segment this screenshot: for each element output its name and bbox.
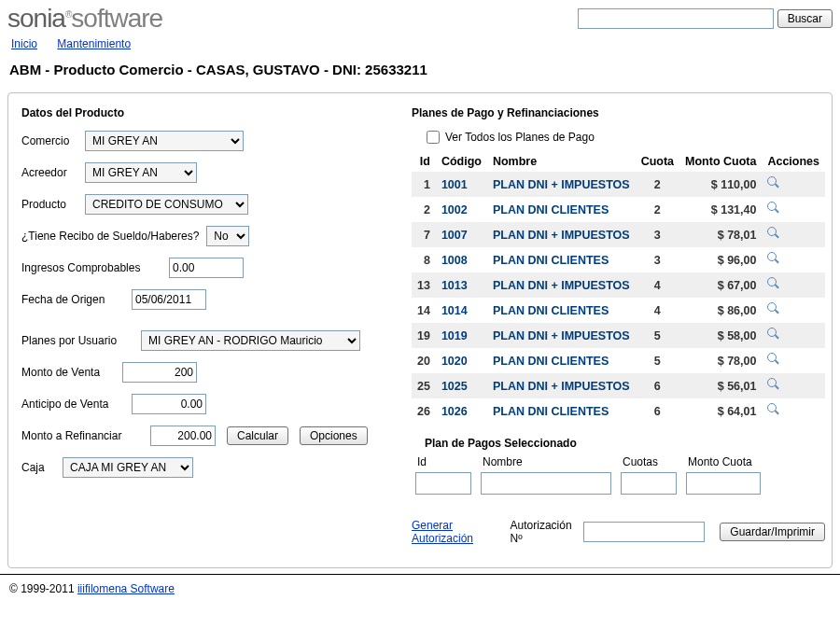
cell-acciones xyxy=(762,247,825,272)
cell-monto: $ 58,00 xyxy=(679,323,762,348)
cell-codigo[interactable]: 1007 xyxy=(436,222,487,247)
recibo-select[interactable]: No xyxy=(206,226,249,246)
search-input[interactable] xyxy=(578,8,774,29)
nav-home[interactable]: Inicio xyxy=(11,37,37,50)
producto-select[interactable]: CREDITO DE CONSUMO xyxy=(85,194,248,215)
table-row: 141014PLAN DNI CLIENTES4$ 86,00 xyxy=(412,298,825,323)
comercio-select[interactable]: MI GREY AN xyxy=(85,131,244,151)
sel-id-input[interactable] xyxy=(415,472,471,495)
cell-nombre[interactable]: PLAN DNI CLIENTES xyxy=(487,197,636,222)
magnify-icon[interactable] xyxy=(767,252,780,265)
monto-refin-input[interactable] xyxy=(150,426,216,446)
cell-acciones xyxy=(762,298,825,323)
cell-cuota: 5 xyxy=(636,348,679,373)
planes-usuario-label: Planes por Usuario xyxy=(21,334,133,347)
cell-acciones xyxy=(762,222,825,247)
selected-plan-title: Plan de Pagos Seleccionado xyxy=(425,437,825,450)
magnify-icon[interactable] xyxy=(767,328,780,341)
autorizacion-label: Autorización Nº xyxy=(511,519,579,545)
cell-acciones xyxy=(762,373,825,398)
cell-nombre[interactable]: PLAN DNI + IMPUESTOS xyxy=(487,373,636,398)
cell-codigo[interactable]: 1013 xyxy=(436,272,487,298)
cell-codigo[interactable]: 1025 xyxy=(436,373,487,398)
ingresos-label: Ingresos Comprobables xyxy=(21,261,161,274)
cell-nombre[interactable]: PLAN DNI CLIENTES xyxy=(487,247,636,272)
magnify-icon[interactable] xyxy=(767,202,780,215)
producto-label: Producto xyxy=(21,198,77,211)
magnify-icon[interactable] xyxy=(767,378,780,391)
cell-acciones xyxy=(762,172,825,197)
guardar-imprimir-button[interactable]: Guardar/Imprimir xyxy=(720,523,825,541)
opciones-button[interactable]: Opciones xyxy=(300,426,368,445)
cell-codigo[interactable]: 1020 xyxy=(436,348,487,373)
sel-id-label: Id xyxy=(415,455,471,468)
cell-nombre[interactable]: PLAN DNI + IMPUESTOS xyxy=(487,222,636,247)
cell-id: 13 xyxy=(412,272,436,298)
monto-venta-input[interactable] xyxy=(122,362,197,383)
magnify-icon[interactable] xyxy=(767,227,780,240)
cell-nombre[interactable]: PLAN DNI + IMPUESTOS xyxy=(487,323,636,348)
cell-id: 14 xyxy=(412,298,436,323)
cell-id: 26 xyxy=(412,398,436,424)
sel-monto-input[interactable] xyxy=(686,472,761,495)
cell-monto: $ 78,00 xyxy=(679,348,762,373)
cell-codigo[interactable]: 1019 xyxy=(436,323,487,348)
cell-acciones xyxy=(762,197,825,222)
caja-select[interactable]: CAJA MI GREY AN xyxy=(63,457,193,478)
magnify-icon[interactable] xyxy=(767,353,780,366)
monto-refin-label: Monto a Refinanciar xyxy=(21,429,143,442)
acreedor-label: Acreedor xyxy=(21,166,77,179)
footer: © 1999-2011 iiifilomena Software xyxy=(0,574,840,603)
cell-cuota: 5 xyxy=(636,323,679,348)
cell-codigo[interactable]: 1026 xyxy=(436,398,487,424)
cell-monto: $ 96,00 xyxy=(679,247,762,272)
acreedor-select[interactable]: MI GREY AN xyxy=(85,162,197,183)
cell-id: 8 xyxy=(412,247,436,272)
table-row: 201020PLAN DNI CLIENTES5$ 78,00 xyxy=(412,348,825,373)
cell-nombre[interactable]: PLAN DNI + IMPUESTOS xyxy=(487,272,636,298)
vertodos-checkbox[interactable] xyxy=(427,131,440,144)
planes-usuario-select[interactable]: MI GREY AN - RODRIGO Mauricio xyxy=(141,330,360,351)
cell-nombre[interactable]: PLAN DNI + IMPUESTOS xyxy=(487,172,636,197)
sel-nombre-input[interactable] xyxy=(481,472,611,495)
ingresos-input[interactable] xyxy=(169,258,244,278)
anticipo-input[interactable] xyxy=(132,394,206,414)
magnify-icon[interactable] xyxy=(767,403,780,416)
cell-cuota: 3 xyxy=(636,247,679,272)
cell-acciones xyxy=(762,272,825,298)
cell-codigo[interactable]: 1008 xyxy=(436,247,487,272)
cell-codigo[interactable]: 1014 xyxy=(436,298,487,323)
cell-nombre[interactable]: PLAN DNI CLIENTES xyxy=(487,398,636,424)
autorizacion-input[interactable] xyxy=(583,522,705,542)
cell-nombre[interactable]: PLAN DNI CLIENTES xyxy=(487,298,636,323)
cell-codigo[interactable]: 1001 xyxy=(436,172,487,197)
fecha-label: Fecha de Origen xyxy=(21,293,124,306)
table-row: 71007PLAN DNI + IMPUESTOS3$ 78,01 xyxy=(412,222,825,247)
cell-codigo[interactable]: 1002 xyxy=(436,197,487,222)
calcular-button[interactable]: Calcular xyxy=(227,426,288,445)
th-monto: Monto Cuota xyxy=(679,151,762,172)
cell-id: 7 xyxy=(412,222,436,247)
th-id: Id xyxy=(412,151,436,172)
sel-cuotas-input[interactable] xyxy=(621,472,677,495)
brand-logo: sonia®software xyxy=(7,4,162,34)
cell-monto: $ 86,00 xyxy=(679,298,762,323)
cell-cuota: 4 xyxy=(636,272,679,298)
cell-cuota: 2 xyxy=(636,197,679,222)
magnify-icon[interactable] xyxy=(767,277,780,290)
search-button[interactable]: Buscar xyxy=(777,9,833,28)
cell-id: 25 xyxy=(412,373,436,398)
cell-id: 19 xyxy=(412,323,436,348)
cell-cuota: 6 xyxy=(636,398,679,424)
cell-nombre[interactable]: PLAN DNI CLIENTES xyxy=(487,348,636,373)
cell-id: 20 xyxy=(412,348,436,373)
section-product-data: Datos del Producto xyxy=(21,106,395,119)
magnify-icon[interactable] xyxy=(767,176,780,189)
magnify-icon[interactable] xyxy=(767,302,780,315)
footer-link[interactable]: iiifilomena Software xyxy=(77,582,175,595)
fecha-input[interactable] xyxy=(132,289,206,310)
nav-maintenance[interactable]: Mantenimiento xyxy=(57,37,131,50)
generar-autorizacion-link[interactable]: Generar Autorización xyxy=(412,519,505,545)
cell-monto: $ 56,01 xyxy=(679,373,762,398)
table-row: 251025PLAN DNI + IMPUESTOS6$ 56,01 xyxy=(412,373,825,398)
